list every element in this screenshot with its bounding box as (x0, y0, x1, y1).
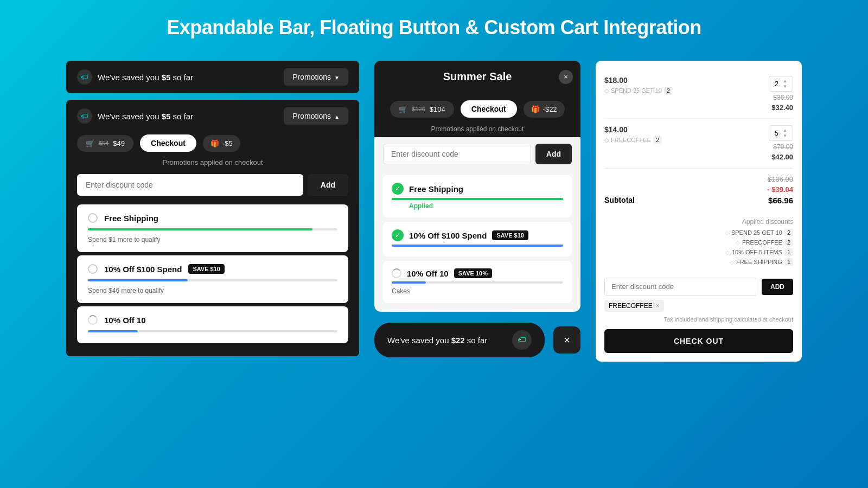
list-item: 10% Off $100 Spend SAVE $10 Spend $46 mo… (77, 255, 348, 303)
discount-count: 2 (784, 229, 793, 236)
expanded-bar-header: 🏷 We've saved you $5 so far Promotions (66, 100, 359, 132)
modal-promo-header: 10% Off 10 SAVE 10% (392, 268, 563, 278)
list-item: ✓ 10% Off $100 Spend SAVE $10 (383, 222, 572, 256)
qty-up-icon[interactable]: ▲ (783, 79, 787, 84)
radio-circle-loading (392, 268, 401, 278)
cart-item: $18.00 ◇ SPEND 25 GET 10 2 2 ▲ ▼ $36.00 … (604, 69, 793, 119)
panel-center: Summer Sale × 🛒 $126 $104 Checkout 🎁 -$2… (374, 61, 580, 357)
list-item: 10% Off 10 SAVE 10% Cakes (383, 261, 572, 303)
promo-item-header: 10% Off $100 Spend SAVE $10 (88, 264, 337, 274)
expanded-promotions-button[interactable]: Promotions (284, 107, 348, 125)
cart-orig-price: $70.00 (773, 143, 793, 151)
discount-name: FREE SHIPPING (736, 259, 782, 265)
applied-discounts-section: Applied discounts ◇ SPEND 25 GET 10 2 ◇ … (604, 214, 793, 272)
qty-arrows: ▲ ▼ (783, 79, 787, 89)
promo-sub-text: Cakes (392, 287, 410, 295)
expanded-promotions-label: Promotions (292, 112, 331, 120)
discount-name: FREECOFFEE (742, 239, 782, 246)
panel-right: $18.00 ◇ SPEND 25 GET 10 2 2 ▲ ▼ $36.00 … (596, 61, 802, 362)
modal-savings-pill: 🎁 -$22 (524, 101, 565, 118)
qty-up-icon[interactable]: ▲ (783, 128, 787, 133)
qty-arrows: ▲ ▼ (783, 128, 787, 138)
modal-add-button[interactable]: Add (535, 144, 572, 164)
checkout-button[interactable]: Checkout (140, 134, 196, 152)
cart-subtotal-section: $106.00 - $39.04 Subtotal $66.96 (604, 168, 793, 214)
modal-checkout-button[interactable]: Checkout (461, 100, 517, 118)
final-total: $66.96 (768, 196, 793, 205)
promo-applied-text: Promotions applied on checkout (77, 158, 348, 166)
modal-close-button[interactable]: × (559, 70, 573, 84)
cart-item-tag: ◇ SPEND 25 GET 10 2 (604, 87, 673, 94)
discount-chip: FREECOFFEE × (604, 300, 664, 312)
cart-icon: 🛒 (399, 105, 407, 113)
chip-remove-icon[interactable]: × (656, 302, 660, 310)
modal-discount-input[interactable] (383, 144, 531, 164)
qty-down-icon[interactable]: ▼ (783, 84, 787, 89)
diamond-icon: ◇ (730, 259, 734, 265)
collapsed-promotions-button[interactable]: Promotions (284, 68, 348, 86)
cart-item-price: $18.00 (604, 76, 673, 85)
progress-track (88, 330, 337, 332)
progress-fill (88, 330, 138, 332)
discount-row: - $39.04 (604, 185, 793, 194)
cart-item-price: $14.00 (604, 125, 662, 134)
discount-code-input[interactable] (77, 174, 303, 196)
promo-item-header: 10% Off 10 (88, 315, 337, 325)
cart-disc-price: $32.40 (771, 104, 793, 112)
modal-discount-row: Add (374, 137, 580, 171)
promo-name: Free Shipping (409, 184, 463, 194)
cart-item-tag: ◇ FREECOFFEE 2 (604, 136, 662, 144)
applied-chip-container: FREECOFFEE × (604, 296, 793, 312)
progress-track (88, 279, 337, 281)
gift-icon: 🎁 (210, 139, 219, 147)
discount-count: 2 (784, 239, 793, 246)
add-discount-button[interactable]: Add (308, 174, 348, 196)
progress-fill (392, 281, 426, 284)
progress-track (392, 281, 563, 284)
discount-name: 10% OFF 5 ITEMS (732, 249, 782, 255)
promo-list: Free Shipping Spend $1 more to qualify 1… (77, 204, 348, 345)
cart-pill: 🛒 $54 $49 (77, 135, 133, 152)
modal-checkout-row: 🛒 $126 $104 Checkout 🎁 -$22 (374, 93, 580, 125)
discount-name: SPEND 25 GET 10 (731, 229, 782, 236)
modal-promo-list: ✓ Free Shipping Applied ✓ 10% Off $100 S… (374, 171, 580, 312)
discount-tag-row: ◇ 10% OFF 5 ITEMS 1 (604, 248, 793, 256)
cart-icon: 🛒 (86, 139, 94, 147)
modal-promo-header: ✓ Free Shipping (392, 183, 563, 195)
promo-name: 10% Off 10 (407, 269, 449, 278)
floating-close-button[interactable]: × (553, 326, 580, 354)
expanded-we-saved: We've saved you $5 so far (98, 112, 193, 121)
save-badge: SAVE $10 (492, 230, 528, 240)
progress-fill (392, 198, 563, 200)
modal-cart-pill: 🛒 $126 $104 (390, 101, 454, 118)
orig-subtotal: $106.00 (768, 175, 793, 183)
main-checkout-button[interactable]: CHECK OUT (604, 329, 793, 353)
panel-left: 🏷 We've saved you $5 so far Promotions 🏷… (66, 61, 359, 356)
gift-icon: 🎁 (531, 105, 540, 113)
cart-item-left: $14.00 ◇ FREECOFFEE 2 (604, 125, 662, 144)
cart-disc-price: $42.00 (771, 153, 793, 161)
collapsed-savings-text: 🏷 We've saved you $5 so far (77, 69, 193, 85)
radio-circle (88, 264, 98, 274)
collapsed-we-saved: We've saved you $5 so far (98, 73, 193, 82)
diamond-icon: ◇ (725, 230, 729, 236)
chevron-up-icon (334, 112, 340, 120)
cart-orig-price: $36.00 (773, 94, 793, 101)
modal-header: Summer Sale × (374, 61, 580, 93)
diamond-icon: ◇ (725, 249, 730, 255)
radio-circle (88, 213, 98, 223)
title-custom-part: Custom Cart Integration (484, 16, 701, 38)
cart-add-button[interactable]: ADD (762, 279, 793, 295)
tag-icon-collapsed: 🏷 (77, 69, 92, 85)
qty-down-icon[interactable]: ▼ (783, 133, 787, 138)
progress-fill (88, 228, 312, 230)
diamond-icon: ◇ (736, 240, 740, 246)
discount-tag-row: ◇ SPEND 25 GET 10 2 (604, 229, 793, 236)
list-item: ✓ Free Shipping Applied (383, 175, 572, 217)
title-amp: & (465, 16, 484, 38)
cart-discount-input[interactable] (604, 278, 757, 296)
progress-track (88, 228, 337, 230)
cart-old-price: $54 (99, 140, 108, 146)
cart-discount-input-row: ADD (604, 278, 793, 296)
cart-item-right: 2 ▲ ▼ $36.00 $32.40 (769, 76, 793, 112)
